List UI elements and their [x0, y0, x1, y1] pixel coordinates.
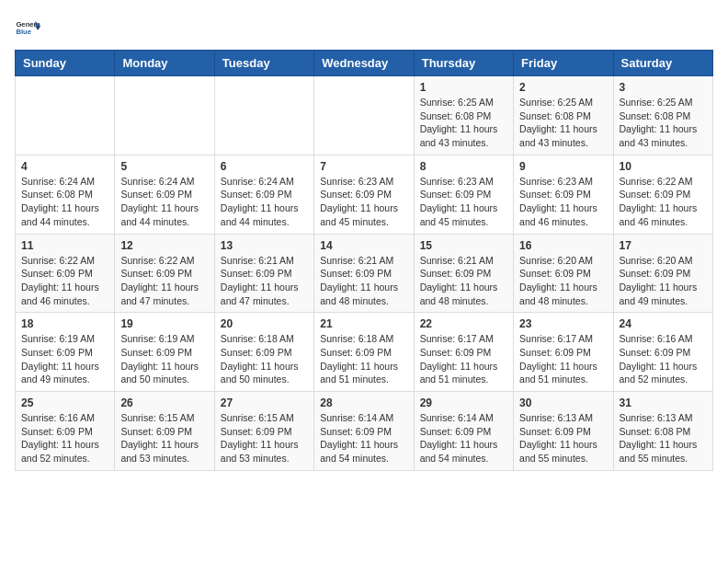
day-number: 6	[221, 160, 308, 173]
calendar-cell: 7Sunrise: 6:23 AMSunset: 6:09 PMDaylight…	[314, 155, 414, 234]
calendar-cell: 1Sunrise: 6:25 AMSunset: 6:08 PMDaylight…	[414, 76, 513, 155]
cell-content: Sunrise: 6:13 AMSunset: 6:09 PMDaylight:…	[519, 411, 607, 465]
cell-content: Sunrise: 6:14 AMSunset: 6:09 PMDaylight:…	[320, 411, 407, 465]
calendar-cell: 31Sunrise: 6:13 AMSunset: 6:08 PMDayligh…	[613, 392, 712, 471]
cell-content: Sunrise: 6:25 AMSunset: 6:08 PMDaylight:…	[420, 96, 507, 150]
calendar-cell: 22Sunrise: 6:17 AMSunset: 6:09 PMDayligh…	[414, 313, 513, 392]
calendar-week-row: 25Sunrise: 6:16 AMSunset: 6:09 PMDayligh…	[16, 392, 713, 471]
cell-content: Sunrise: 6:22 AMSunset: 6:09 PMDaylight:…	[120, 254, 208, 308]
calendar-cell: 9Sunrise: 6:23 AMSunset: 6:09 PMDaylight…	[514, 155, 613, 234]
day-number: 24	[620, 317, 707, 330]
calendar-cell: 21Sunrise: 6:18 AMSunset: 6:09 PMDayligh…	[314, 313, 414, 392]
cell-content: Sunrise: 6:19 AMSunset: 6:09 PMDaylight:…	[120, 332, 208, 386]
calendar-cell: 27Sunrise: 6:15 AMSunset: 6:09 PMDayligh…	[214, 392, 313, 471]
weekday-header-tuesday: Tuesday	[214, 51, 313, 76]
calendar-week-row: 11Sunrise: 6:22 AMSunset: 6:09 PMDayligh…	[16, 234, 713, 313]
day-number: 18	[21, 317, 108, 330]
calendar-cell: 3Sunrise: 6:25 AMSunset: 6:08 PMDaylight…	[613, 76, 712, 155]
calendar-cell: 13Sunrise: 6:21 AMSunset: 6:09 PMDayligh…	[214, 234, 313, 313]
day-number: 31	[620, 396, 707, 409]
day-number: 3	[620, 81, 707, 94]
calendar-cell: 11Sunrise: 6:22 AMSunset: 6:09 PMDayligh…	[16, 234, 115, 313]
calendar-week-row: 4Sunrise: 6:24 AMSunset: 6:08 PMDaylight…	[16, 155, 713, 234]
weekday-header-sunday: Sunday	[16, 51, 115, 76]
calendar-cell: 26Sunrise: 6:15 AMSunset: 6:09 PMDayligh…	[115, 392, 214, 471]
calendar-cell: 12Sunrise: 6:22 AMSunset: 6:09 PMDayligh…	[115, 234, 214, 313]
cell-content: Sunrise: 6:21 AMSunset: 6:09 PMDaylight:…	[320, 254, 407, 308]
cell-content: Sunrise: 6:15 AMSunset: 6:09 PMDaylight:…	[221, 411, 308, 465]
calendar-cell: 2Sunrise: 6:25 AMSunset: 6:08 PMDaylight…	[514, 76, 613, 155]
calendar-week-row: 18Sunrise: 6:19 AMSunset: 6:09 PMDayligh…	[16, 313, 713, 392]
svg-marker-3	[35, 27, 40, 30]
day-number: 11	[21, 239, 108, 252]
day-number: 16	[519, 239, 607, 252]
calendar-cell: 8Sunrise: 6:23 AMSunset: 6:09 PMDaylight…	[414, 155, 513, 234]
cell-content: Sunrise: 6:19 AMSunset: 6:09 PMDaylight:…	[21, 332, 108, 386]
day-number: 4	[21, 160, 108, 173]
day-number: 29	[420, 396, 507, 409]
cell-content: Sunrise: 6:24 AMSunset: 6:09 PMDaylight:…	[221, 175, 308, 229]
calendar-cell: 29Sunrise: 6:14 AMSunset: 6:09 PMDayligh…	[414, 392, 513, 471]
calendar-cell: 20Sunrise: 6:18 AMSunset: 6:09 PMDayligh…	[214, 313, 313, 392]
calendar-cell: 23Sunrise: 6:17 AMSunset: 6:09 PMDayligh…	[514, 313, 613, 392]
day-number: 9	[519, 160, 607, 173]
day-number: 13	[221, 239, 308, 252]
day-number: 1	[420, 81, 507, 94]
cell-content: Sunrise: 6:17 AMSunset: 6:09 PMDaylight:…	[420, 332, 507, 386]
cell-content: Sunrise: 6:21 AMSunset: 6:09 PMDaylight:…	[420, 254, 507, 308]
weekday-header-saturday: Saturday	[613, 51, 712, 76]
calendar-cell: 19Sunrise: 6:19 AMSunset: 6:09 PMDayligh…	[115, 313, 214, 392]
weekday-header-wednesday: Wednesday	[314, 51, 414, 76]
cell-content: Sunrise: 6:20 AMSunset: 6:09 PMDaylight:…	[620, 254, 707, 308]
calendar-cell: 5Sunrise: 6:24 AMSunset: 6:09 PMDaylight…	[115, 155, 214, 234]
cell-content: Sunrise: 6:18 AMSunset: 6:09 PMDaylight:…	[320, 332, 407, 386]
weekday-header-monday: Monday	[115, 51, 214, 76]
day-number: 30	[519, 396, 607, 409]
calendar-cell	[314, 76, 414, 155]
day-number: 19	[120, 317, 208, 330]
cell-content: Sunrise: 6:25 AMSunset: 6:08 PMDaylight:…	[620, 96, 707, 150]
cell-content: Sunrise: 6:15 AMSunset: 6:09 PMDaylight:…	[120, 411, 208, 465]
cell-content: Sunrise: 6:17 AMSunset: 6:09 PMDaylight:…	[519, 332, 607, 386]
cell-content: Sunrise: 6:16 AMSunset: 6:09 PMDaylight:…	[620, 332, 707, 386]
page-header: General Blue	[15, 15, 713, 40]
day-number: 27	[221, 396, 308, 409]
day-number: 23	[519, 317, 607, 330]
cell-content: Sunrise: 6:22 AMSunset: 6:09 PMDaylight:…	[620, 175, 707, 229]
calendar-cell: 4Sunrise: 6:24 AMSunset: 6:08 PMDaylight…	[16, 155, 115, 234]
day-number: 14	[320, 239, 407, 252]
cell-content: Sunrise: 6:23 AMSunset: 6:09 PMDaylight:…	[519, 175, 607, 229]
calendar-cell: 24Sunrise: 6:16 AMSunset: 6:09 PMDayligh…	[613, 313, 712, 392]
day-number: 5	[120, 160, 208, 173]
calendar-cell	[214, 76, 313, 155]
day-number: 2	[519, 81, 607, 94]
day-number: 25	[21, 396, 108, 409]
day-number: 26	[120, 396, 208, 409]
day-number: 20	[221, 317, 308, 330]
cell-content: Sunrise: 6:23 AMSunset: 6:09 PMDaylight:…	[420, 175, 507, 229]
cell-content: Sunrise: 6:18 AMSunset: 6:09 PMDaylight:…	[221, 332, 308, 386]
logo[interactable]: General Blue	[15, 15, 44, 40]
calendar-cell: 28Sunrise: 6:14 AMSunset: 6:09 PMDayligh…	[314, 392, 414, 471]
day-number: 12	[120, 239, 208, 252]
calendar-cell: 14Sunrise: 6:21 AMSunset: 6:09 PMDayligh…	[314, 234, 414, 313]
cell-content: Sunrise: 6:13 AMSunset: 6:08 PMDaylight:…	[620, 411, 707, 465]
day-number: 21	[320, 317, 407, 330]
day-number: 22	[420, 317, 507, 330]
calendar-cell: 15Sunrise: 6:21 AMSunset: 6:09 PMDayligh…	[414, 234, 513, 313]
calendar-week-row: 1Sunrise: 6:25 AMSunset: 6:08 PMDaylight…	[16, 76, 713, 155]
calendar-cell	[16, 76, 115, 155]
cell-content: Sunrise: 6:22 AMSunset: 6:09 PMDaylight:…	[21, 254, 108, 308]
cell-content: Sunrise: 6:14 AMSunset: 6:09 PMDaylight:…	[420, 411, 507, 465]
calendar-cell: 30Sunrise: 6:13 AMSunset: 6:09 PMDayligh…	[514, 392, 613, 471]
cell-content: Sunrise: 6:20 AMSunset: 6:09 PMDaylight:…	[519, 254, 607, 308]
cell-content: Sunrise: 6:24 AMSunset: 6:08 PMDaylight:…	[21, 175, 108, 229]
cell-content: Sunrise: 6:24 AMSunset: 6:09 PMDaylight:…	[120, 175, 208, 229]
calendar-cell: 18Sunrise: 6:19 AMSunset: 6:09 PMDayligh…	[16, 313, 115, 392]
calendar-cell: 17Sunrise: 6:20 AMSunset: 6:09 PMDayligh…	[613, 234, 712, 313]
day-number: 28	[320, 396, 407, 409]
day-number: 17	[620, 239, 707, 252]
cell-content: Sunrise: 6:21 AMSunset: 6:09 PMDaylight:…	[221, 254, 308, 308]
day-number: 8	[420, 160, 507, 173]
calendar-cell: 6Sunrise: 6:24 AMSunset: 6:09 PMDaylight…	[214, 155, 313, 234]
